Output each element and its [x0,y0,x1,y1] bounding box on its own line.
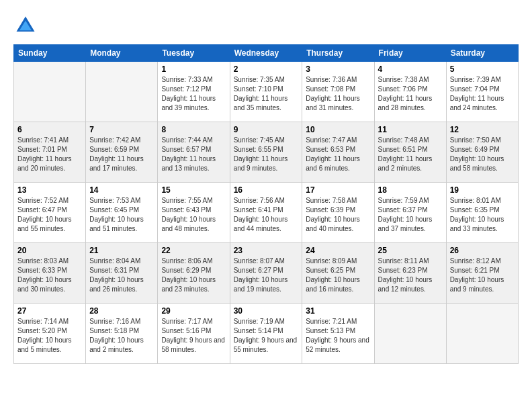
calendar-cell: 21Sunrise: 8:04 AM Sunset: 6:31 PM Dayli… [86,243,158,304]
day-info: Sunrise: 8:09 AM Sunset: 6:25 PM Dayligh… [306,257,370,294]
day-info: Sunrise: 8:04 AM Sunset: 6:31 PM Dayligh… [89,257,154,294]
day-info: Sunrise: 7:17 AM Sunset: 5:16 PM Dayligh… [161,317,226,355]
calendar-cell: 25Sunrise: 8:11 AM Sunset: 6:23 PM Dayli… [374,243,446,304]
day-number: 29 [161,306,226,316]
week-row-2: 6Sunrise: 7:41 AM Sunset: 7:01 PM Daylig… [14,122,519,183]
day-number: 6 [17,125,82,134]
calendar-cell: 9Sunrise: 7:45 AM Sunset: 6:55 PM Daylig… [230,122,302,183]
calendar-cell: 16Sunrise: 7:56 AM Sunset: 6:41 PM Dayli… [230,183,302,243]
calendar-cell: 1Sunrise: 7:33 AM Sunset: 7:12 PM Daylig… [158,62,230,122]
day-number: 16 [234,185,299,195]
day-number: 4 [378,64,443,74]
calendar-cell [86,62,158,122]
calendar-cell [446,304,518,364]
day-number: 5 [450,64,515,74]
day-info: Sunrise: 7:41 AM Sunset: 7:01 PM Dayligh… [17,136,82,173]
day-number: 15 [161,185,226,195]
day-number: 11 [378,125,443,134]
calendar-cell: 19Sunrise: 8:01 AM Sunset: 6:35 PM Dayli… [446,183,518,243]
calendar-cell: 17Sunrise: 7:58 AM Sunset: 6:39 PM Dayli… [302,183,374,243]
day-number: 31 [306,306,370,316]
calendar-cell: 8Sunrise: 7:44 AM Sunset: 6:57 PM Daylig… [158,122,230,183]
calendar-cell: 26Sunrise: 8:12 AM Sunset: 6:21 PM Dayli… [446,243,518,304]
day-info: Sunrise: 7:45 AM Sunset: 6:55 PM Dayligh… [234,136,299,173]
day-info: Sunrise: 7:19 AM Sunset: 5:14 PM Dayligh… [234,317,299,355]
calendar-cell: 27Sunrise: 7:14 AM Sunset: 5:20 PM Dayli… [14,304,86,364]
day-info: Sunrise: 7:53 AM Sunset: 6:45 PM Dayligh… [89,196,154,234]
day-number: 25 [378,246,443,255]
day-info: Sunrise: 8:06 AM Sunset: 6:29 PM Dayligh… [161,257,226,294]
col-header-friday: Friday [374,45,446,62]
day-number: 1 [161,64,226,74]
logo [13,13,42,38]
day-info: Sunrise: 7:35 AM Sunset: 7:10 PM Dayligh… [234,75,299,113]
week-row-5: 27Sunrise: 7:14 AM Sunset: 5:20 PM Dayli… [14,304,519,364]
day-number: 22 [161,246,226,255]
calendar-cell: 3Sunrise: 7:36 AM Sunset: 7:08 PM Daylig… [302,62,374,122]
col-header-wednesday: Wednesday [230,45,302,62]
calendar-cell: 7Sunrise: 7:42 AM Sunset: 6:59 PM Daylig… [86,122,158,183]
day-number: 23 [234,246,299,255]
calendar-cell [14,62,86,122]
calendar-cell: 31Sunrise: 7:21 AM Sunset: 5:13 PM Dayli… [302,304,374,364]
day-info: Sunrise: 8:12 AM Sunset: 6:21 PM Dayligh… [450,257,515,294]
calendar-cell: 4Sunrise: 7:38 AM Sunset: 7:06 PM Daylig… [374,62,446,122]
day-info: Sunrise: 7:38 AM Sunset: 7:06 PM Dayligh… [378,75,443,113]
calendar: SundayMondayTuesdayWednesdayThursdayFrid… [13,44,519,364]
day-info: Sunrise: 7:59 AM Sunset: 6:37 PM Dayligh… [378,196,443,234]
day-info: Sunrise: 7:39 AM Sunset: 7:04 PM Dayligh… [450,75,515,113]
calendar-cell: 23Sunrise: 8:07 AM Sunset: 6:27 PM Dayli… [230,243,302,304]
day-info: Sunrise: 7:56 AM Sunset: 6:41 PM Dayligh… [234,196,299,234]
calendar-cell: 6Sunrise: 7:41 AM Sunset: 7:01 PM Daylig… [14,122,86,183]
day-number: 10 [306,125,370,134]
day-number: 28 [89,306,154,316]
day-number: 17 [306,185,370,195]
col-header-tuesday: Tuesday [158,45,230,62]
calendar-cell: 18Sunrise: 7:59 AM Sunset: 6:37 PM Dayli… [374,183,446,243]
calendar-cell: 15Sunrise: 7:55 AM Sunset: 6:43 PM Dayli… [158,183,230,243]
calendar-cell: 12Sunrise: 7:50 AM Sunset: 6:49 PM Dayli… [446,122,518,183]
day-number: 2 [234,64,299,74]
day-info: Sunrise: 7:52 AM Sunset: 6:47 PM Dayligh… [17,196,82,234]
calendar-cell [374,304,446,364]
day-info: Sunrise: 7:36 AM Sunset: 7:08 PM Dayligh… [306,75,370,113]
day-number: 13 [17,185,82,195]
day-info: Sunrise: 7:55 AM Sunset: 6:43 PM Dayligh… [161,196,226,234]
day-number: 26 [450,246,515,255]
calendar-cell: 13Sunrise: 7:52 AM Sunset: 6:47 PM Dayli… [14,183,86,243]
day-info: Sunrise: 8:11 AM Sunset: 6:23 PM Dayligh… [378,257,443,294]
day-info: Sunrise: 7:48 AM Sunset: 6:51 PM Dayligh… [378,136,443,173]
week-row-4: 20Sunrise: 8:03 AM Sunset: 6:33 PM Dayli… [14,243,519,304]
day-number: 18 [378,185,443,195]
calendar-cell: 20Sunrise: 8:03 AM Sunset: 6:33 PM Dayli… [14,243,86,304]
day-info: Sunrise: 7:47 AM Sunset: 6:53 PM Dayligh… [306,136,370,173]
col-header-monday: Monday [86,45,158,62]
calendar-cell: 22Sunrise: 8:06 AM Sunset: 6:29 PM Dayli… [158,243,230,304]
calendar-cell: 28Sunrise: 7:16 AM Sunset: 5:18 PM Dayli… [86,304,158,364]
day-number: 21 [89,246,154,255]
col-header-thursday: Thursday [302,45,374,62]
day-info: Sunrise: 8:03 AM Sunset: 6:33 PM Dayligh… [17,257,82,294]
calendar-cell: 24Sunrise: 8:09 AM Sunset: 6:25 PM Dayli… [302,243,374,304]
day-info: Sunrise: 7:50 AM Sunset: 6:49 PM Dayligh… [450,136,515,173]
calendar-cell: 29Sunrise: 7:17 AM Sunset: 5:16 PM Dayli… [158,304,230,364]
day-info: Sunrise: 7:21 AM Sunset: 5:13 PM Dayligh… [306,317,370,355]
day-number: 14 [89,185,154,195]
day-info: Sunrise: 7:44 AM Sunset: 6:57 PM Dayligh… [161,136,226,173]
day-number: 9 [234,125,299,134]
calendar-cell: 5Sunrise: 7:39 AM Sunset: 7:04 PM Daylig… [446,62,518,122]
col-header-sunday: Sunday [14,45,86,62]
day-number: 8 [161,125,226,134]
day-info: Sunrise: 8:07 AM Sunset: 6:27 PM Dayligh… [234,257,299,294]
calendar-cell: 30Sunrise: 7:19 AM Sunset: 5:14 PM Dayli… [230,304,302,364]
day-info: Sunrise: 7:42 AM Sunset: 6:59 PM Dayligh… [89,136,154,173]
day-info: Sunrise: 7:58 AM Sunset: 6:39 PM Dayligh… [306,196,370,234]
calendar-cell: 14Sunrise: 7:53 AM Sunset: 6:45 PM Dayli… [86,183,158,243]
calendar-cell: 10Sunrise: 7:47 AM Sunset: 6:53 PM Dayli… [302,122,374,183]
day-number: 24 [306,246,370,255]
day-info: Sunrise: 7:14 AM Sunset: 5:20 PM Dayligh… [17,317,82,355]
day-info: Sunrise: 8:01 AM Sunset: 6:35 PM Dayligh… [450,196,515,234]
calendar-header-row: SundayMondayTuesdayWednesdayThursdayFrid… [14,45,519,62]
calendar-cell: 11Sunrise: 7:48 AM Sunset: 6:51 PM Dayli… [374,122,446,183]
day-number: 3 [306,64,370,74]
